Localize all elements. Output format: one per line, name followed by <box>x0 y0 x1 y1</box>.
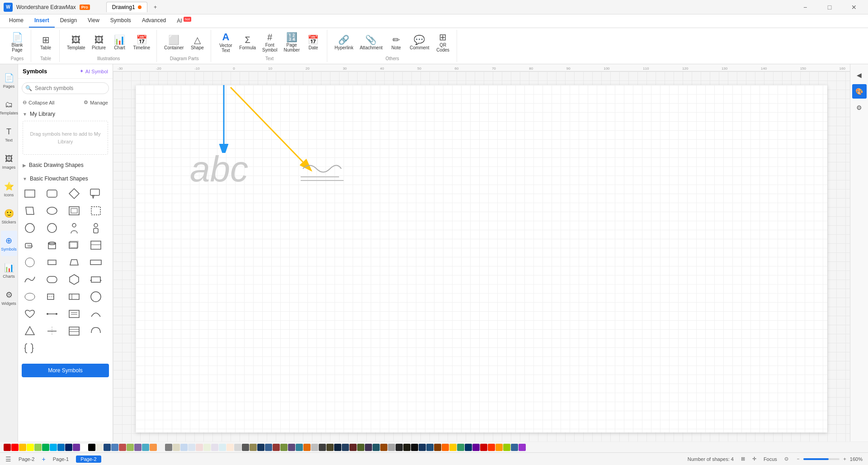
zoom-out-btn[interactable]: － <box>796 456 801 462</box>
center-btn[interactable]: ✛ <box>752 456 756 462</box>
shape-label-rect[interactable] <box>66 289 82 305</box>
date-btn[interactable]: 📅 Date <box>303 33 323 52</box>
color-swatch[interactable] <box>27 444 34 451</box>
color-swatch[interactable] <box>150 444 157 451</box>
blank-page-btn[interactable]: 📄 BlankPage <box>7 30 27 55</box>
color-swatch[interactable] <box>411 444 418 451</box>
color-swatch[interactable] <box>311 444 318 451</box>
color-swatch[interactable] <box>134 444 142 451</box>
shape-person2[interactable] <box>88 220 104 236</box>
color-swatch[interactable] <box>342 444 349 451</box>
template-btn[interactable]: 🖼 Template <box>64 33 88 52</box>
tab-design[interactable]: Design <box>55 14 82 28</box>
color-swatch[interactable] <box>280 444 288 451</box>
comment-btn[interactable]: 💬 Comment <box>407 33 432 52</box>
shape-nested-rect[interactable] <box>66 203 82 219</box>
focus-icon[interactable]: ⊙ <box>784 456 788 462</box>
page-tab-2-first[interactable]: Page-2 <box>14 456 39 463</box>
shape-parallelogram[interactable] <box>22 203 38 219</box>
color-swatch[interactable] <box>265 444 272 451</box>
shape-ellipse[interactable] <box>44 203 60 219</box>
color-swatch[interactable] <box>357 444 364 451</box>
qr-codes-btn[interactable]: ⊞ QRCodes <box>433 31 453 54</box>
color-swatch[interactable] <box>380 444 387 451</box>
color-swatch[interactable] <box>157 444 165 451</box>
color-swatch[interactable] <box>388 444 395 451</box>
shape-hexagon[interactable] <box>66 271 82 288</box>
shape-cylinder[interactable] <box>44 237 60 253</box>
text-strip-btn[interactable]: T Text <box>1 122 17 147</box>
color-swatch[interactable] <box>457 444 464 451</box>
color-swatch[interactable] <box>365 444 372 451</box>
color-swatch[interactable] <box>273 444 280 451</box>
table-btn[interactable]: ⊞ Table <box>36 30 56 55</box>
images-strip-btn[interactable]: 🖼 Images <box>1 149 17 175</box>
stickers-strip-btn[interactable]: 🙂 Stickers <box>1 204 17 229</box>
color-swatch[interactable] <box>495 444 503 451</box>
color-swatch[interactable] <box>326 444 334 451</box>
shape-circle[interactable] <box>22 220 38 236</box>
color-swatch[interactable] <box>373 444 380 451</box>
color-swatch[interactable] <box>288 444 295 451</box>
fit-btn[interactable]: ⊞ <box>741 456 745 462</box>
page-number-btn[interactable]: 🔢 PageNumber <box>281 31 302 54</box>
shape-list[interactable] <box>66 323 82 339</box>
shape-text-box[interactable] <box>66 306 82 322</box>
color-swatch[interactable] <box>80 444 88 451</box>
tab-advanced[interactable]: Advanced <box>137 14 171 28</box>
color-swatch[interactable] <box>11 444 19 451</box>
color-swatch[interactable] <box>349 444 357 451</box>
shape-shadow-rect[interactable] <box>66 237 82 253</box>
ai-symbol-btn[interactable]: ✦ AI Symbol <box>80 68 108 74</box>
color-swatch[interactable] <box>34 444 42 451</box>
shape-wave2[interactable] <box>22 271 38 288</box>
tab-insert[interactable]: Insert <box>29 14 55 28</box>
color-swatch[interactable] <box>296 444 303 451</box>
color-swatch[interactable] <box>65 444 72 451</box>
color-swatch[interactable] <box>96 444 103 451</box>
collapse-all-btn[interactable]: ⊖ Collapse All <box>23 100 54 105</box>
color-swatch[interactable] <box>319 444 326 451</box>
hyperlink-btn[interactable]: 🔗 Hyperlink <box>332 33 356 52</box>
color-swatch[interactable] <box>50 444 57 451</box>
pages-menu-btn[interactable]: ☰ <box>5 456 11 463</box>
minimize-btn[interactable]: − <box>795 0 816 14</box>
color-swatch[interactable] <box>142 444 149 451</box>
color-swatch[interactable] <box>111 444 118 451</box>
shape-line-obj[interactable] <box>44 306 60 322</box>
picture-btn[interactable]: 🖼 Picture <box>89 33 109 52</box>
color-swatch[interactable] <box>226 444 234 451</box>
symbols-strip-btn[interactable]: ⊕ Symbols <box>1 231 17 256</box>
shape-rounded-rect[interactable] <box>44 185 60 202</box>
color-swatch[interactable] <box>88 444 95 451</box>
color-swatch[interactable] <box>434 444 441 451</box>
color-swatch[interactable] <box>250 444 257 451</box>
color-swatch[interactable] <box>173 444 180 451</box>
color-swatch[interactable] <box>334 444 341 451</box>
shape-circle-thin[interactable] <box>22 254 38 270</box>
templates-strip-btn[interactable]: 🗂 Templates <box>1 95 17 120</box>
my-library-header[interactable]: ▼ My Library <box>18 109 113 119</box>
color-swatch[interactable] <box>73 444 80 451</box>
shape-person[interactable] <box>66 220 82 236</box>
shape-callout[interactable] <box>88 185 104 202</box>
color-swatch[interactable] <box>503 444 510 451</box>
vector-text-btn[interactable]: A VectorText <box>216 30 236 55</box>
color-swatch[interactable] <box>465 444 472 451</box>
tab-symbols[interactable]: Symbols <box>105 14 137 28</box>
container-btn[interactable]: ⬜ Container <box>161 33 186 52</box>
shape-ellipse2[interactable] <box>22 289 38 305</box>
manage-btn[interactable]: ⚙ Manage <box>84 100 108 105</box>
search-input[interactable] <box>22 82 109 94</box>
zoom-slider[interactable] <box>803 458 840 460</box>
shape-circle2[interactable] <box>44 220 60 236</box>
right-format-btn[interactable]: ⚙ <box>852 100 867 115</box>
close-btn[interactable]: ✕ <box>844 0 864 14</box>
shape-split-rect[interactable] <box>88 237 104 253</box>
color-swatch[interactable] <box>419 444 426 451</box>
basic-flowchart-header[interactable]: ▼ Basic Flowchart Shapes <box>18 174 113 184</box>
page-tab-1[interactable]: Page-1 <box>48 456 73 463</box>
shape-heart-like[interactable] <box>22 306 38 322</box>
shape-arc[interactable] <box>88 306 104 322</box>
color-swatch[interactable] <box>480 444 487 451</box>
